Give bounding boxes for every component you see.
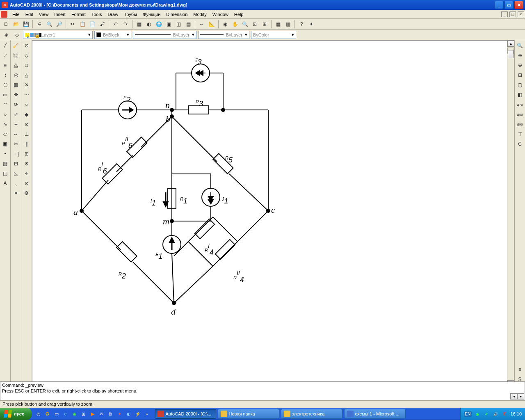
cmd-scroll-left[interactable]: ◂: [510, 393, 517, 399]
menu-functions[interactable]: Функции: [140, 11, 163, 18]
ql-icon-1[interactable]: ◎: [35, 410, 42, 418]
tray-icon-1[interactable]: ◉: [474, 411, 481, 417]
today-button[interactable]: ▦: [135, 20, 144, 29]
tray-icon-2[interactable]: ✔: [483, 411, 490, 417]
new-button[interactable]: 🗋: [2, 20, 11, 29]
scroll-up-button[interactable]: ▲: [507, 41, 514, 47]
osnap-int[interactable]: ✕: [22, 80, 31, 89]
osnap-nod[interactable]: ⊗: [22, 159, 31, 168]
layer-combo[interactable]: 💡❄🔒 Layer1▾: [23, 31, 93, 39]
ql-icon-4[interactable]: e: [62, 410, 69, 418]
copy-button[interactable]: 📋: [78, 20, 87, 29]
d70-icon[interactable]: Д70: [516, 100, 525, 109]
osnap-per[interactable]: ⊥: [22, 130, 31, 139]
osnap-cen[interactable]: ○: [22, 100, 31, 109]
polygon-tool[interactable]: ⬡: [1, 80, 10, 89]
adc-button[interactable]: ▥: [283, 20, 292, 29]
start-button[interactable]: пуск: [0, 408, 32, 420]
osnap-tan[interactable]: ⊘: [22, 120, 31, 129]
ql-icon-6[interactable]: ⊞: [80, 410, 87, 418]
undo-button[interactable]: ↶: [111, 20, 120, 29]
cmd-scroll-right[interactable]: ▸: [517, 393, 524, 399]
tray-icon-4[interactable]: K: [501, 411, 508, 417]
tracking-button[interactable]: 📐: [207, 20, 216, 29]
view-c-icon[interactable]: С: [516, 139, 525, 148]
menu-view[interactable]: View: [37, 11, 51, 18]
osnap-none[interactable]: ⊘: [22, 179, 31, 188]
arc-tool[interactable]: ◠: [1, 100, 10, 109]
menu-edit[interactable]: Edit: [23, 11, 36, 18]
menu-insert[interactable]: Insert: [52, 11, 68, 18]
osnap-mid[interactable]: △: [22, 71, 31, 80]
preview-button[interactable]: 🔍: [45, 20, 54, 29]
doc-minimize-button[interactable]: _: [501, 11, 508, 17]
open-button[interactable]: 📂: [11, 20, 21, 29]
d90-icon[interactable]: Д90: [516, 120, 525, 129]
scale-tool[interactable]: ⤢: [11, 110, 21, 119]
hatch-tool[interactable]: ▨: [1, 159, 10, 168]
paste-button[interactable]: 📄: [88, 20, 97, 29]
assist-button[interactable]: ✦: [307, 20, 316, 29]
menu-dimension[interactable]: Dimension: [164, 11, 190, 18]
lineweight-combo[interactable]: ByLayer▾: [198, 31, 249, 39]
ql-icon-3[interactable]: ▭: [53, 410, 60, 418]
d80-icon[interactable]: Д80: [516, 110, 525, 119]
osnap-nea[interactable]: ⌖: [22, 169, 31, 178]
rotate-tool[interactable]: ⟳: [11, 100, 21, 109]
zoom-win-button[interactable]: ⊡: [250, 20, 259, 29]
help-button[interactable]: ?: [297, 20, 306, 29]
stretch-tool[interactable]: ⇿: [11, 120, 21, 129]
chamfer-tool[interactable]: ◺: [11, 169, 21, 178]
ql-icon-5[interactable]: ◉: [71, 410, 78, 418]
task-autocad[interactable]: AutoCAD 2000i - [C:\...: [155, 409, 216, 419]
view-t-icon[interactable]: ⊤: [516, 130, 525, 139]
rect-tool[interactable]: ▭: [1, 90, 10, 99]
offset-tool[interactable]: ◎: [11, 71, 21, 80]
move-tool[interactable]: ✥: [11, 90, 21, 99]
maximize-button[interactable]: ▭: [504, 1, 514, 9]
ql-icon-12[interactable]: ⚡: [134, 410, 142, 418]
text-tool[interactable]: A: [1, 179, 10, 188]
menu-help[interactable]: Help: [232, 11, 246, 18]
xline-tool[interactable]: ⟋: [1, 51, 10, 60]
match-button[interactable]: 🖌: [98, 20, 107, 29]
osnap-set[interactable]: ⚙: [22, 189, 31, 198]
lengthen-tool[interactable]: ↔: [11, 130, 21, 139]
menu-draw[interactable]: Draw: [105, 11, 121, 18]
layer-mgr-button[interactable]: ◇: [12, 30, 21, 39]
drawing-canvas[interactable]: J3 E2 R3 RII6 RI6 R5 I1 R1 J1 E1 R2 RI4 …: [32, 41, 507, 386]
lang-indicator[interactable]: EN: [464, 411, 472, 417]
spline-tool[interactable]: ∿: [1, 120, 10, 129]
close-button[interactable]: ✕: [514, 1, 523, 9]
point-tool[interactable]: •: [1, 149, 10, 158]
menu-window[interactable]: Window: [210, 11, 231, 18]
zoom-in-icon[interactable]: ⊕: [516, 51, 525, 60]
hyperlink-button[interactable]: 🌐: [154, 20, 163, 29]
redraw-button[interactable]: ◉: [221, 20, 230, 29]
block-tool[interactable]: ▣: [1, 139, 10, 148]
region-tool[interactable]: ◫: [1, 169, 10, 178]
plotstyle-combo[interactable]: ByColor▾: [251, 31, 296, 39]
layer-prev-button[interactable]: ◈: [2, 30, 11, 39]
menu-file[interactable]: File: [10, 11, 22, 18]
trim-tool[interactable]: ✄: [11, 139, 21, 148]
find-button[interactable]: 🔎: [55, 20, 64, 29]
osnap-ext[interactable]: ⋯: [22, 90, 31, 99]
zoom-ext-icon[interactable]: ⊡: [516, 71, 525, 80]
task-folder1[interactable]: Новая папка: [218, 409, 279, 419]
osnap-par[interactable]: ∥: [22, 139, 31, 148]
mirror-tool[interactable]: ⧋: [11, 61, 21, 70]
doc-close-button[interactable]: ×: [518, 11, 524, 17]
ql-icon-10[interactable]: ✦: [116, 410, 123, 418]
minimize-button[interactable]: _: [495, 1, 504, 9]
osnap-ins[interactable]: ⊞: [22, 149, 31, 158]
array-tool[interactable]: ▦: [11, 80, 21, 89]
extend-tool[interactable]: →|: [11, 149, 21, 158]
browser-button[interactable]: ◐: [144, 20, 153, 29]
command-window[interactable]: Command: _preview Press ESC or ENTER to …: [0, 381, 525, 400]
split-icon[interactable]: ≡: [516, 365, 525, 374]
cut-button[interactable]: ✂: [68, 20, 77, 29]
osnap-end[interactable]: □: [22, 61, 31, 70]
ucs-button[interactable]: ◫: [174, 20, 183, 29]
ql-icon-11[interactable]: ◐: [125, 410, 132, 418]
